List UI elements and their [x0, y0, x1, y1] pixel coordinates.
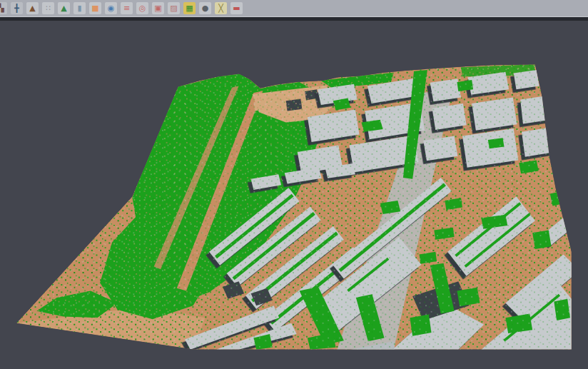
sphere-icon[interactable]: ● — [199, 2, 211, 14]
ring-icon[interactable]: ◎ — [136, 2, 148, 14]
mountain-icon[interactable]: ▲ — [26, 2, 39, 14]
dashed-box-icon[interactable]: ▨ — [168, 2, 180, 14]
layers-list-icon[interactable]: ≡ — [121, 2, 133, 14]
panel-icon[interactable]: ▮ — [74, 2, 86, 14]
application-window: ▚╋▲∷▲▮■◉≡◎▣▨▦●╳▬ — [0, 0, 588, 369]
point-cloud-canvas — [0, 21, 588, 369]
3d-viewport[interactable] — [0, 21, 588, 369]
points-icon[interactable]: ∷ — [42, 2, 54, 14]
clipped-tool-icon[interactable]: ▚ — [0, 2, 7, 14]
export-icon[interactable]: ╳ — [215, 2, 227, 14]
classification-colors-icon[interactable]: ▦ — [183, 2, 196, 14]
red-tool-icon[interactable]: ▬ — [230, 2, 243, 14]
noise-overlay — [16, 62, 572, 352]
ortho-area-icon[interactable]: ■ — [89, 2, 101, 14]
terrain-icon[interactable]: ▲ — [58, 2, 70, 14]
select-region-icon[interactable]: ▣ — [152, 2, 164, 14]
globe-icon[interactable]: ◉ — [105, 2, 117, 14]
pick-point-icon[interactable]: ╋ — [11, 2, 23, 14]
toolbar: ▚╋▲∷▲▮■◉≡◎▣▨▦●╳▬ — [0, 0, 588, 17]
